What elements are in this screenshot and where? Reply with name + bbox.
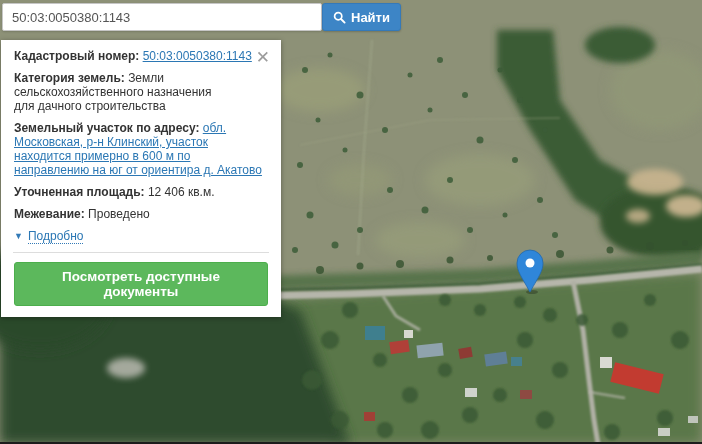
- details-link[interactable]: Подробно: [28, 229, 84, 244]
- search-input[interactable]: [2, 3, 322, 31]
- map-clearing: [107, 358, 145, 378]
- address-row: Земельный участок по адресу: обл. Москов…: [14, 121, 268, 177]
- search-button[interactable]: Найти: [322, 3, 401, 31]
- area-label: Уточненная площадь:: [14, 185, 145, 199]
- survey-value: Проведено: [88, 207, 150, 221]
- land-category-label: Категория земель:: [14, 71, 125, 85]
- land-category-row: Категория земель: Земли сельскохозяйстве…: [14, 71, 268, 113]
- parcel-info-popup: ✕ Кадастровый номер: 50:03:0050380:1143 …: [1, 40, 281, 317]
- popup-divider: [13, 252, 269, 253]
- map-trees-top: [585, 27, 655, 63]
- cadastral-number-label: Кадастровый номер:: [14, 49, 139, 63]
- cadastral-number-link[interactable]: 50:03:0050380:1143: [143, 49, 252, 63]
- cadastral-number-row: Кадастровый номер: 50:03:0050380:1143: [14, 49, 268, 63]
- details-row: ▼ Подробно: [14, 229, 268, 244]
- land-category-value-2: для дачного строительства: [14, 99, 166, 113]
- chevron-down-icon: ▼: [14, 232, 23, 241]
- close-icon[interactable]: ✕: [254, 47, 272, 68]
- area-value: 12 406 кв.м.: [148, 185, 215, 199]
- survey-row: Межевание: Проведено: [14, 207, 268, 221]
- search-button-label: Найти: [351, 10, 390, 25]
- survey-label: Межевание:: [14, 207, 85, 221]
- area-row: Уточненная площадь: 12 406 кв.м.: [14, 185, 268, 199]
- address-label: Земельный участок по адресу:: [14, 121, 199, 135]
- view-documents-button[interactable]: Посмотреть доступные документы: [14, 262, 268, 306]
- search-icon: [333, 11, 346, 24]
- cadastral-map-app: Найти ✕ Кадастровый номер: 50:03:0050380…: [0, 0, 702, 444]
